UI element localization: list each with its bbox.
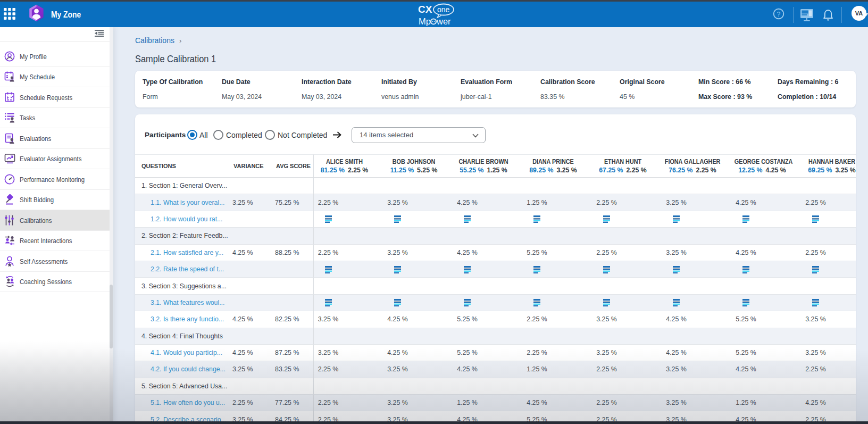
svg-text:Mp: Mp <box>419 16 431 26</box>
svg-text:one: one <box>437 5 450 14</box>
svg-text:?: ? <box>777 11 781 18</box>
svg-text:CX: CX <box>418 4 432 15</box>
svg-text:wer: wer <box>436 16 451 26</box>
